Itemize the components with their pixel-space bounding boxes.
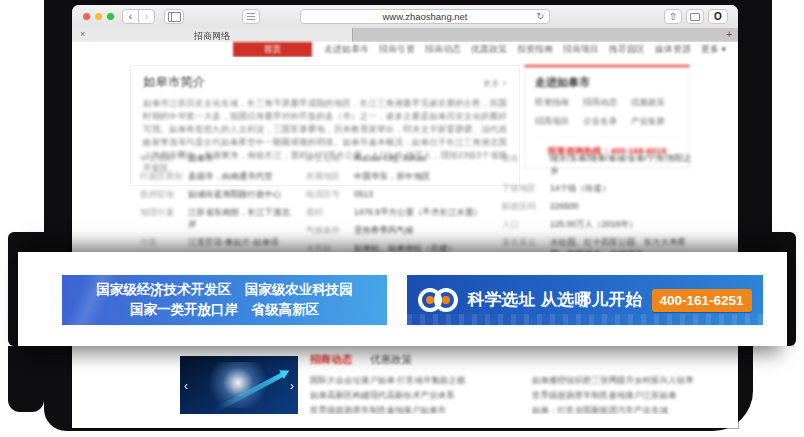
table-row: 方言江淮官话-泰如片-如皋话 bbox=[140, 236, 298, 248]
sidebar-title: 走进如皋市 bbox=[535, 75, 679, 90]
news-item[interactable]: 世界级超跑赛车制造基地落户如皋市 bbox=[310, 403, 518, 414]
profile-button[interactable]: O bbox=[708, 9, 728, 24]
city-facts-table: 中文名称如皋市 行政区类别县级市，由南通市代管 政府驻地如城街道海阳路行政中心 … bbox=[140, 152, 692, 252]
browser-window: ‹ › www.zhaoshang.net ↻ ⇧ O × 招商网络 + 首页 bbox=[72, 5, 738, 428]
facts-column-1: 中文名称如皋市 行政区类别县级市，由南通市代管 政府驻地如城街道海阳路行政中心 … bbox=[140, 152, 298, 252]
nav-item-home[interactable]: 首页 bbox=[233, 42, 312, 57]
news-carousel[interactable]: ‹ › bbox=[180, 356, 298, 414]
tab-investment-news[interactable]: 招商动态 bbox=[310, 353, 352, 367]
reader-button[interactable] bbox=[242, 9, 260, 24]
back-button[interactable]: ‹ bbox=[122, 9, 139, 24]
table-row: 气候条件亚热带季风气候 bbox=[306, 224, 494, 236]
sidebar-link[interactable]: 招商项目 bbox=[535, 116, 583, 128]
table-row: 外文名称RuGao City, JuKao bbox=[306, 152, 494, 164]
tab-overview-button[interactable] bbox=[686, 9, 704, 24]
city-profile-section: 如皋市简介 更多 > 如皋市江苏历史文化名城，长三角平原最早成陆的地区，长江三角… bbox=[72, 57, 738, 252]
infinity-owl-logo-icon bbox=[418, 287, 458, 313]
sidebar-link[interactable]: 产业集群 bbox=[631, 116, 679, 128]
table-row: 中文名称如皋市 bbox=[140, 152, 298, 164]
site-nav: 首页 走进如皋市 招商引资 招商动态 优惠政策 投资指南 招商项目 推荐园区 媒… bbox=[72, 42, 738, 57]
sidebar-link[interactable]: 优惠政策 bbox=[631, 97, 679, 109]
nav-item[interactable]: 招商动态 bbox=[425, 42, 461, 57]
stage-backdrop-left-stub bbox=[8, 346, 44, 412]
table-row: 下辖地区14个镇（街道） bbox=[502, 182, 692, 194]
news-item[interactable]: 如皋高新区构建现代高新技术产业体系 bbox=[310, 388, 518, 403]
nav-item[interactable]: 招商项目 bbox=[563, 42, 599, 57]
promo-composite: ‹ › www.zhaoshang.net ↻ ⇧ O × 招商网络 + 首页 bbox=[0, 0, 804, 437]
close-window-button[interactable] bbox=[83, 13, 90, 20]
tab-bar: × 招商网络 + bbox=[72, 28, 738, 43]
news-list-left: 国际大会会址落户如皋 打造城市氢能之都 如皋高新区构建现代高新技术产业体系 世界… bbox=[310, 373, 518, 414]
zoom-window-button[interactable] bbox=[107, 13, 114, 20]
sidebar-link[interactable]: 投资指南 bbox=[535, 97, 583, 109]
news-tabs: 招商动态 优惠政策 bbox=[310, 353, 412, 367]
site-selection-ad-banner[interactable]: 科学选址 从选哪儿开始 400-161-6251 bbox=[407, 275, 763, 325]
nav-item[interactable]: 走进如皋市 bbox=[324, 42, 369, 57]
facts-column-2: 外文名称RuGao City, JuKao 所属地区中国华东，苏中地区 电话区号… bbox=[306, 152, 494, 252]
table-row: 所属地区中国华东，苏中地区 bbox=[306, 170, 494, 182]
news-section: ‹ › 招商动态 优惠政策 国际大会会址落户如皋 打造城市氢能之都 如皋高新区构… bbox=[72, 346, 738, 414]
forward-button[interactable]: › bbox=[138, 9, 155, 24]
tab-title: 招商网络 bbox=[72, 30, 352, 43]
zone-titles-line2: 国家一类开放口岸 省级高新区 bbox=[62, 300, 387, 320]
news-item[interactable]: 如皋：打造全国新能源汽车产业名城 bbox=[532, 403, 732, 414]
carousel-prev-icon[interactable]: ‹ bbox=[184, 380, 188, 392]
nav-item[interactable]: 推荐园区 bbox=[609, 42, 645, 57]
table-row: 面积1476.9平方公里（不含长江水面） bbox=[306, 206, 494, 218]
address-bar[interactable]: www.zhaoshang.net ↻ bbox=[300, 9, 550, 24]
url-text: www.zhaoshang.net bbox=[301, 11, 549, 22]
facts-column-3: 别名雉水/东皋/雉皋/皋城/金皋/宁海/海阳之乡 下辖地区14个镇（街道） 邮政… bbox=[502, 152, 692, 252]
table-row: 邮政区码226500 bbox=[502, 200, 692, 212]
webpage: 首页 走进如皋市 招商引资 招商动态 优惠政策 投资指南 招商项目 推荐园区 媒… bbox=[72, 42, 738, 414]
new-tab-button[interactable]: + bbox=[726, 29, 732, 40]
refresh-icon[interactable]: ↻ bbox=[536, 11, 544, 21]
table-row: 行政区类别县级市，由南通市代管 bbox=[140, 170, 298, 182]
share-button[interactable]: ⇧ bbox=[664, 9, 682, 24]
intro-more-link[interactable]: 更多 > bbox=[483, 78, 507, 90]
promo-band: 国家级经济技术开发区 国家级农业科技园 国家一类开放口岸 省级高新区 科学选址 … bbox=[18, 252, 787, 346]
sidebar-button[interactable] bbox=[164, 9, 184, 24]
table-row: 电话区号0513 bbox=[306, 188, 494, 200]
table-row: 政府驻地如城街道海阳路行政中心 bbox=[140, 188, 298, 200]
table-row: 著名景点水绘园、红十四军公园、东方大寿星园、定慧禅寺、龙游湖等 bbox=[502, 236, 692, 252]
nav-item[interactable]: 媒体资源 bbox=[655, 42, 691, 57]
tab-overview-icon bbox=[690, 13, 700, 21]
sidebar-links: 投资指南 招商动态 优惠政策 招商项目 企业名录 产业集群 bbox=[535, 97, 679, 128]
table-row: 人口125.00万人（2016年） bbox=[502, 218, 692, 230]
news-list-right: 如皋搬经镇织密三张网提升乡村振兴入镇率 世界级超跑赛车制造基地落户江苏如皋 如皋… bbox=[532, 373, 732, 414]
table-row: 火车站如皋站、如皋南站（在建） bbox=[306, 242, 494, 252]
news-item[interactable]: 如皋搬经镇织密三张网提升乡村振兴入镇率 bbox=[532, 373, 732, 388]
nav-item[interactable]: 招商引资 bbox=[379, 42, 415, 57]
sidebar-link[interactable]: 招商动态 bbox=[583, 97, 631, 109]
zone-titles-line1: 国家级经济技术开发区 国家级农业科技园 bbox=[62, 280, 387, 300]
nav-items: 走进如皋市 招商引资 招商动态 优惠政策 投资指南 招商项目 推荐园区 媒体资源… bbox=[324, 42, 734, 57]
nav-item[interactable]: 投资指南 bbox=[517, 42, 553, 57]
carousel-next-icon[interactable]: › bbox=[290, 380, 294, 392]
zone-titles-banner[interactable]: 国家级经济技术开发区 国家级农业科技园 国家一类开放口岸 省级高新区 bbox=[62, 275, 387, 325]
ad-slogan: 科学选址 从选哪儿开始 bbox=[467, 289, 642, 311]
minimize-window-button[interactable] bbox=[95, 13, 102, 20]
nav-item-more[interactable]: 更多 ▾ bbox=[701, 42, 726, 57]
browser-toolbar: ‹ › www.zhaoshang.net ↻ ⇧ O bbox=[72, 5, 738, 29]
ad-phone-button[interactable]: 400-161-6251 bbox=[652, 289, 752, 312]
nav-item[interactable]: 优惠政策 bbox=[471, 42, 507, 57]
page-title: 如皋市简介 bbox=[143, 74, 206, 91]
table-row: 地理位置江苏省东南部，长江下游北岸 bbox=[140, 206, 298, 230]
active-tab[interactable]: × 招商网络 bbox=[72, 28, 353, 42]
reader-lines-icon bbox=[247, 13, 255, 20]
news-item[interactable]: 世界级超跑赛车制造基地落户江苏如皋 bbox=[532, 388, 732, 403]
table-row: 别名雉水/东皋/雉皋/皋城/金皋/宁海/海阳之乡 bbox=[502, 152, 692, 176]
tab-incentive-policies[interactable]: 优惠政策 bbox=[370, 353, 412, 367]
sidebar-icon bbox=[168, 12, 181, 22]
news-item[interactable]: 国际大会会址落户如皋 打造城市氢能之都 bbox=[310, 373, 518, 388]
sidebar-link[interactable]: 企业名录 bbox=[583, 116, 631, 128]
